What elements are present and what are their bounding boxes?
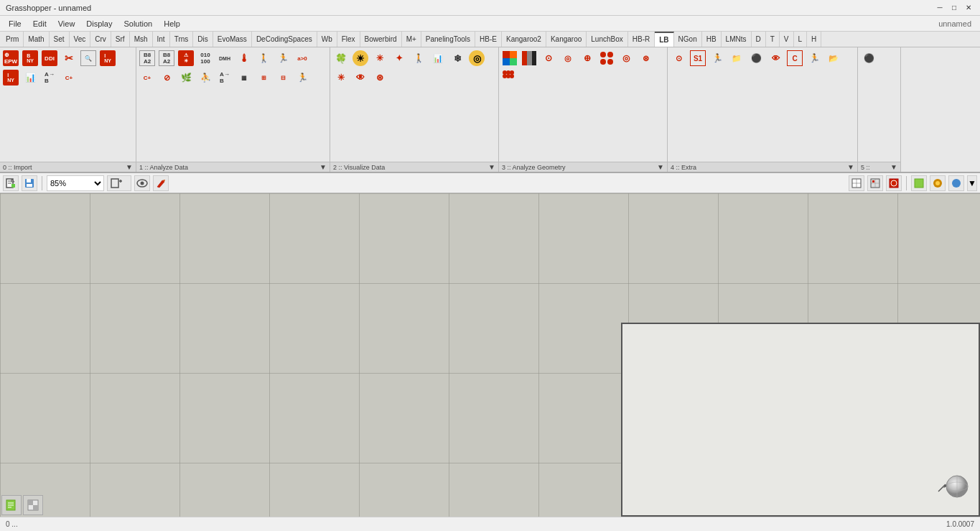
tab-int[interactable]: Int — [153, 32, 170, 47]
icon-ex-5[interactable]: ⚫ — [747, 49, 765, 68]
icon-ad-13[interactable]: ⛹ — [196, 68, 215, 87]
tab-bowerbird[interactable]: Bowerbird — [360, 32, 402, 47]
view-chevron[interactable]: ▼ — [967, 175, 977, 191]
icon-ad-14[interactable]: A→B — [215, 68, 234, 87]
icon-s5-1[interactable]: ⚫ — [859, 49, 878, 68]
icon-ex-1[interactable]: ⊙ — [669, 49, 688, 68]
icon-vd-4[interactable]: ✦ — [390, 49, 409, 68]
icon-ad-2[interactable]: B8A2 — [157, 49, 176, 68]
tab-kangaroo[interactable]: Kangaroo — [546, 32, 587, 47]
icon-ag-3[interactable]: ⊙ — [539, 49, 558, 68]
icon-import-9[interactable]: A→B — [40, 68, 59, 87]
icon-ag-bottom[interactable] — [500, 68, 516, 84]
analyze-data-footer[interactable]: 1 :: Analyze Data ▼ — [136, 162, 330, 172]
extra-chevron[interactable]: ▼ — [847, 163, 854, 171]
icon-ad-18[interactable]: 🏃 — [293, 68, 312, 87]
icon-import-5[interactable]: 🔍 — [79, 49, 98, 68]
icon-ad-16[interactable]: ⊞ — [254, 68, 273, 87]
menu-help[interactable]: Help — [158, 18, 186, 29]
icon-import-8[interactable]: 📊 — [21, 68, 39, 87]
icon-ag-4[interactable]: ◎ — [559, 49, 577, 68]
icon-vd-8[interactable]: ◎ — [467, 49, 486, 68]
icon-ad-7[interactable]: 🚶 — [254, 49, 273, 68]
icon-ag-5[interactable]: ⊕ — [578, 49, 597, 68]
tab-trns[interactable]: Trns — [170, 32, 194, 47]
icon-vd-10[interactable]: 👁 — [351, 68, 370, 87]
pen-button[interactable] — [153, 175, 169, 191]
icon-vd-1[interactable]: 🍀 — [332, 49, 350, 68]
tab-v[interactable]: V — [780, 32, 794, 47]
script-icon[interactable] — [1, 495, 22, 515]
tab-set[interactable]: Set — [50, 32, 70, 47]
icon-ag-6[interactable] — [597, 49, 616, 68]
icon-ag-7[interactable]: ◎ — [617, 49, 635, 68]
close-button[interactable]: ✕ — [963, 2, 974, 14]
icon-vd-7[interactable]: ❄ — [448, 49, 467, 68]
icon-ex-8[interactable]: 🏃 — [805, 49, 823, 68]
menu-display[interactable]: Display — [80, 18, 118, 29]
icon-ad-11[interactable]: ⊘ — [157, 68, 176, 87]
tab-msh[interactable]: Msh — [130, 32, 153, 47]
section5-footer[interactable]: 5 :: ▼ — [858, 162, 900, 172]
tab-d[interactable]: D — [752, 32, 766, 47]
icon-ad-3[interactable]: ⚠☀ — [177, 49, 195, 68]
tab-panelingtools[interactable]: PanelingTools — [421, 32, 475, 47]
icon-ad-15[interactable]: ▦ — [235, 68, 253, 87]
view-4-button[interactable] — [911, 175, 927, 191]
tab-decodingspaces[interactable]: DeCodingSpaces — [252, 32, 317, 47]
icon-ad-6[interactable]: 🌡 — [235, 49, 253, 68]
icon-ex-3[interactable]: 🏃 — [708, 49, 727, 68]
icon-ad-1[interactable]: B8A2 — [138, 49, 157, 68]
icon-ex-9[interactable]: 📂 — [824, 49, 843, 68]
view-1-button[interactable] — [849, 175, 864, 191]
import-footer[interactable]: 0 :: Import ▼ — [0, 162, 136, 172]
icon-vd-6[interactable]: 📊 — [429, 49, 447, 68]
icon-vd-5[interactable]: 🚶 — [409, 49, 428, 68]
tab-wb[interactable]: Wb — [317, 32, 337, 47]
save-button[interactable] — [22, 175, 37, 191]
grid-snap-button[interactable] — [107, 175, 131, 191]
tab-kangaroo2[interactable]: Kangaroo2 — [502, 32, 546, 47]
icon-import-1[interactable]: ⊕EPW — [1, 49, 20, 68]
icon-ad-5[interactable]: DMH — [215, 49, 234, 68]
navigation-sphere[interactable] — [937, 466, 969, 499]
view-5-button[interactable] — [930, 175, 946, 191]
tab-prm[interactable]: Prm — [1, 32, 24, 47]
icon-import-7[interactable]: INY — [1, 68, 20, 87]
import-chevron[interactable]: ▼ — [126, 163, 133, 171]
tab-t[interactable]: T — [766, 32, 780, 47]
tab-lmnts[interactable]: LMNts — [722, 32, 752, 47]
icon-ad-8[interactable]: 🏃 — [274, 49, 292, 68]
menu-file[interactable]: File — [3, 18, 27, 29]
visualize-data-footer[interactable]: 2 :: Visualize Data ▼ — [330, 162, 498, 172]
icon-ex-2[interactable]: S1 — [689, 49, 707, 68]
extra-footer[interactable]: 4 :: Extra ▼ — [668, 162, 857, 172]
icon-vd-9[interactable]: ✳ — [332, 68, 350, 87]
section5-chevron[interactable]: ▼ — [890, 163, 897, 171]
tab-math[interactable]: Math — [24, 32, 49, 47]
icon-ad-17[interactable]: ⊟ — [274, 68, 292, 87]
icon-import-6[interactable]: INY — [98, 49, 117, 68]
tab-l[interactable]: L — [794, 32, 808, 47]
icon-import-4[interactable]: ✂ — [60, 49, 78, 68]
tab-h[interactable]: H — [807, 32, 821, 47]
menu-solution[interactable]: Solution — [118, 18, 158, 29]
tab-hbe[interactable]: HB-E — [475, 32, 502, 47]
tab-hbr[interactable]: HB-R — [628, 32, 655, 47]
analyze-geometry-footer[interactable]: 3 :: Analyze Geometry ▼ — [499, 162, 667, 172]
icon-ex-4[interactable]: 📁 — [727, 49, 746, 68]
tab-vec[interactable]: Vec — [70, 32, 91, 47]
maximize-button[interactable]: □ — [948, 2, 960, 14]
tab-crv[interactable]: Crv — [90, 32, 111, 47]
icon-ag-1[interactable] — [500, 49, 519, 68]
zoom-select[interactable]: 85% 50% 75% 100% 125% 150% 200% — [47, 175, 104, 191]
tab-mplus[interactable]: M+ — [402, 32, 421, 47]
icon-ag-2[interactable] — [520, 49, 538, 68]
view-2-button[interactable] — [867, 175, 883, 191]
icon-import-3[interactable]: DDI — [40, 49, 59, 68]
icon-ex-7[interactable]: C — [785, 49, 804, 68]
icon-ad-9[interactable]: a>0 — [293, 49, 312, 68]
tab-ngon[interactable]: NGon — [674, 32, 702, 47]
icon-vd-3[interactable]: ✳ — [370, 49, 389, 68]
icon-ad-4[interactable]: 010100 — [196, 49, 215, 68]
